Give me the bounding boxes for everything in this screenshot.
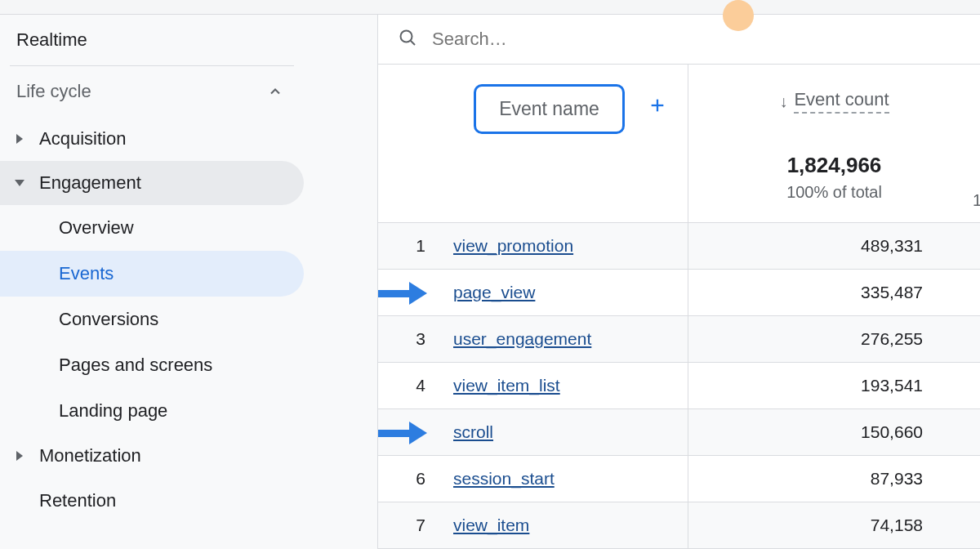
row-index: 3: [378, 329, 453, 349]
sidebar-item-overview[interactable]: Overview: [0, 205, 304, 251]
total-value: 1,824,966: [688, 153, 980, 178]
event-count: 74,158: [688, 516, 980, 535]
col-event-name: Event name: [378, 65, 688, 222]
table-header: Event name ↓ Event count 1,824,966 100% …: [378, 65, 980, 223]
search-input[interactable]: [432, 29, 677, 50]
sidebar-item-conversions[interactable]: Conversions: [0, 297, 304, 342]
annotation-dot: [723, 0, 754, 31]
sidebar-item-realtime[interactable]: Realtime: [0, 15, 304, 65]
sidebar-item-pages-screens[interactable]: Pages and screens: [0, 342, 304, 388]
nav-label: Engagement: [39, 172, 141, 194]
sidebar-item-events[interactable]: Events: [0, 251, 304, 297]
table-row: scroll 150,660: [378, 409, 980, 456]
events-table: Event name ↓ Event count 1,824,966 100% …: [378, 64, 980, 549]
event-link[interactable]: session_start: [453, 469, 555, 489]
table-row: 7 view_item 74,158: [378, 502, 980, 549]
svg-point-0: [401, 31, 412, 42]
table-row: 4 view_item_list 193,541: [378, 363, 980, 409]
table-body: 1 view_promotion 489,331 page_view 335,4…: [378, 223, 980, 549]
col-label: Event count: [794, 89, 889, 114]
row-index: 7: [378, 516, 453, 535]
nav-label: Monetization: [39, 445, 141, 466]
add-dimension-button[interactable]: [648, 94, 666, 120]
annotation-arrow-icon: [377, 283, 430, 304]
row-index: 1: [378, 236, 453, 256]
event-link[interactable]: scroll: [453, 422, 493, 442]
partial-text: 1: [973, 191, 980, 210]
event-link[interactable]: view_item: [453, 516, 529, 535]
event-count: 193,541: [688, 376, 980, 395]
totals: 1,824,966 100% of total: [688, 153, 980, 202]
chevron-up-icon: [266, 83, 284, 100]
table-row: page_view 335,487: [378, 270, 980, 316]
event-link[interactable]: view_item_list: [453, 376, 560, 395]
total-subtext: 100% of total: [688, 183, 980, 202]
event-count: 489,331: [688, 236, 980, 256]
sidebar-section-life-cycle[interactable]: Life cycle: [0, 66, 304, 117]
event-count: 87,933: [688, 469, 980, 489]
nav-label: Acquisition: [39, 128, 126, 150]
top-bar: [0, 0, 980, 15]
triangle-down-icon: [15, 180, 24, 186]
sidebar-item-landing-page[interactable]: Landing page: [0, 388, 304, 434]
event-link[interactable]: view_promotion: [453, 236, 573, 256]
col-event-count[interactable]: ↓ Event count 1,824,966 100% of total: [688, 65, 980, 222]
sidebar-item-retention[interactable]: Retention: [0, 478, 304, 524]
sidebar: Realtime Life cycle Acquisition Engageme…: [0, 15, 310, 549]
event-count: 335,487: [688, 283, 980, 302]
search-row: [378, 15, 980, 64]
row-index: 4: [378, 376, 453, 395]
triangle-right-icon: [16, 134, 23, 144]
table-row: 1 view_promotion 489,331: [378, 223, 980, 270]
section-label: Life cycle: [16, 81, 91, 102]
search-icon: [398, 28, 417, 51]
sidebar-item-acquisition[interactable]: Acquisition: [0, 117, 304, 161]
sidebar-item-engagement[interactable]: Engagement: [0, 161, 304, 205]
triangle-right-icon: [16, 451, 23, 461]
svg-line-1: [411, 41, 416, 46]
main-panel: Event name ↓ Event count 1,824,966 100% …: [377, 15, 980, 549]
event-link[interactable]: page_view: [453, 283, 535, 302]
event-count: 150,660: [688, 422, 980, 442]
event-count: 276,255: [688, 329, 980, 349]
table-row: 3 user_engagement 276,255: [378, 316, 980, 363]
annotation-arrow-icon: [377, 422, 430, 444]
sort-desc-icon: ↓: [779, 92, 787, 111]
event-link[interactable]: user_engagement: [453, 329, 591, 349]
sidebar-item-monetization[interactable]: Monetization: [0, 434, 304, 478]
table-row: 6 session_start 87,933: [378, 456, 980, 502]
event-name-header-box: Event name: [474, 84, 625, 134]
row-index: 6: [378, 469, 453, 489]
